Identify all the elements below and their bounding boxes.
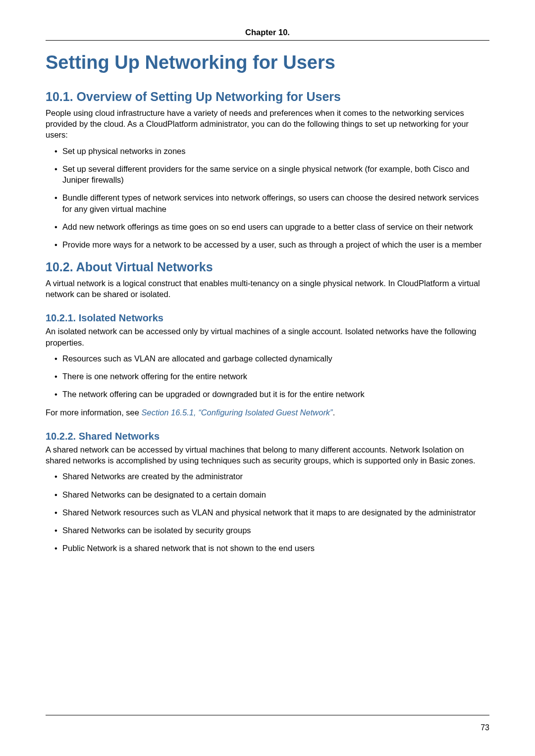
section-10-2-1-heading: 10.2.1. Isolated Networks [46, 312, 489, 324]
section-10-2-2-intro: A shared network can be accessed by virt… [46, 444, 489, 466]
list-item: The network offering can be upgraded or … [54, 389, 489, 400]
list-item: Shared Network resources such as VLAN an… [54, 507, 489, 518]
page-number: 73 [481, 723, 489, 732]
footer-rule [46, 715, 489, 715]
cross-reference-link[interactable]: Section 16.5.1, “Configuring Isolated Gu… [142, 408, 333, 417]
section-10-1-heading: 10.1. Overview of Setting Up Networking … [46, 89, 489, 104]
section-10-2-2-heading: 10.2.2. Shared Networks [46, 431, 489, 442]
header-rule [46, 40, 489, 41]
more-info-paragraph: For more information, see Section 16.5.1… [46, 407, 489, 418]
chapter-label: Chapter 10. [46, 28, 489, 37]
list-item: Set up physical networks in zones [54, 146, 489, 156]
list-item: Provide more ways for a network to be ac… [54, 239, 489, 250]
chapter-title: Setting Up Networking for Users [46, 51, 489, 74]
section-10-2-2-bullets: Shared Networks are created by the admin… [46, 471, 489, 554]
section-10-2-intro: A virtual network is a logical construct… [46, 278, 489, 300]
section-10-1-intro: People using cloud infrastructure have a… [46, 107, 489, 141]
document-page: Chapter 10. Setting Up Networking for Us… [0, 0, 535, 756]
list-item: There is one network offering for the en… [54, 371, 489, 382]
section-10-2-1-bullets: Resources such as VLAN are allocated and… [46, 353, 489, 400]
section-10-1-bullets: Set up physical networks in zones Set up… [46, 146, 489, 251]
list-item: Shared Networks can be designated to a c… [54, 489, 489, 500]
list-item: Add new network offerings as time goes o… [54, 221, 489, 232]
list-item: Shared Networks can be isolated by secur… [54, 525, 489, 536]
list-item: Shared Networks are created by the admin… [54, 471, 489, 482]
section-10-2-1-intro: An isolated network can be accessed only… [46, 326, 489, 348]
section-10-2-heading: 10.2. About Virtual Networks [46, 259, 489, 275]
more-info-prefix: For more information, see [46, 408, 142, 417]
list-item: Bundle different types of network servic… [54, 192, 489, 214]
list-item: Resources such as VLAN are allocated and… [54, 353, 489, 364]
more-info-suffix: . [333, 408, 335, 417]
list-item: Set up several different providers for t… [54, 163, 489, 186]
list-item: Public Network is a shared network that … [54, 543, 489, 554]
